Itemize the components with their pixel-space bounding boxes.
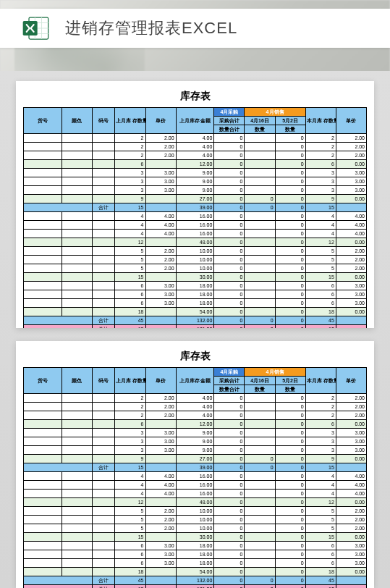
table-row: 33.009.00 00 33.00	[24, 177, 367, 186]
table-row: 22.004.00 00 22.00	[24, 151, 367, 160]
table-row: 927.00 000 90.00	[24, 455, 367, 463]
col-last-qty: 上月库 存数量	[115, 368, 145, 394]
table-row: 22.004.00 00 22.00	[24, 411, 367, 420]
subtotal-row: 总计 60171.00 000 60	[24, 325, 367, 329]
inventory-table: 货号 颜色 码号 上月库 存数量 单价 上月库存 金额 4月采购 4月销售 本月…	[23, 107, 367, 328]
table-row: 44.0016.00 00 44.00	[24, 472, 367, 481]
col-buy-sum: 采购合计	[214, 377, 245, 385]
col-last-amt: 上月库存 金额	[176, 108, 214, 134]
col-sale-month: 4月销售	[245, 108, 305, 117]
table-row: 1248.00 00 120.00	[24, 498, 367, 507]
table-row: 22.004.00 00 22.00	[24, 403, 367, 411]
col-sub-qty-2: 数量	[275, 385, 305, 394]
col-buy-month: 4月采购	[214, 368, 245, 377]
subtotal-row: 合计 45132.00 000 45	[24, 576, 367, 585]
table-row: 52.0010.00 00 52.00	[24, 256, 367, 264]
col-yanse: 颜色	[62, 108, 92, 134]
table-row: 52.0010.00 00 52.00	[24, 264, 367, 273]
table-row: 44.0016.00 00 44.00	[24, 221, 367, 230]
table-row: 44.0016.00 00 44.00	[24, 490, 367, 498]
table-row: 33.009.00 00 33.00	[24, 446, 367, 455]
col-sub-qty-1: 数量	[245, 385, 275, 394]
table-row: 22.004.00 00 22.00	[24, 143, 367, 151]
table-row: 44.0016.00 00 44.00	[24, 481, 367, 490]
col-sub-qty-1: 数量	[245, 125, 275, 134]
col-this-price: 单价	[336, 108, 366, 134]
col-date1: 4月16日	[245, 117, 275, 125]
sheet-preview-1: 库存表 货号 颜色 码号 上月库 存数量 单价 上月库存 金额 4月采购 4月销…	[16, 81, 374, 328]
table-row: 44.0016.00 00 44.00	[24, 230, 367, 238]
col-huohao: 货号	[24, 368, 62, 394]
col-this-qty: 本月库 存数量	[305, 108, 336, 134]
title-bar: 进销存管理报表EXCEL	[0, 9, 390, 48]
table-row: 33.009.00 00 33.00	[24, 169, 367, 177]
sheet-title: 库存表	[23, 347, 367, 367]
table-row: 33.009.00 00 33.00	[24, 437, 367, 446]
table-row: 63.0018.00 00 63.00	[24, 542, 367, 550]
col-this-qty: 本月库 存数量	[305, 368, 336, 394]
table-row: 63.0018.00 00 63.00	[24, 550, 367, 559]
col-buy-sum: 采购合计	[214, 117, 245, 125]
table-row: 1530.00 00 150.00	[24, 273, 367, 282]
table-row: 1854.00 00 180.00	[24, 308, 367, 316]
table-row: 63.0018.00 00 63.00	[24, 290, 367, 299]
table-row: 52.0010.00 00 52.00	[24, 524, 367, 533]
table-row: 1854.00 00 180.00	[24, 568, 367, 576]
table-row: 33.009.00 00 33.00	[24, 186, 367, 195]
col-buy-qty-sum: 数量合计	[214, 385, 245, 394]
col-buy-qty-sum: 数量合计	[214, 125, 245, 134]
subtotal-row: 合计 1539.00 000 15	[24, 203, 367, 212]
col-huohao: 货号	[24, 108, 62, 134]
col-last-amt: 上月库存 金额	[176, 368, 214, 394]
sheet-preview-2: 库存表 货号 颜色 码号 上月库 存数量 单价 上月库存 金额 4月采购 4月销…	[16, 341, 374, 588]
col-date2: 5月2日	[275, 117, 305, 125]
sheet-title: 库存表	[23, 87, 367, 107]
col-price: 单价	[145, 108, 176, 134]
table-row: 63.0018.00 00 63.00	[24, 299, 367, 308]
col-mahao: 码号	[92, 368, 115, 394]
col-this-price: 单价	[336, 368, 366, 394]
table-row: 927.00 000 90.00	[24, 195, 367, 203]
table-row: 52.0010.00 00 52.00	[24, 247, 367, 256]
col-mahao: 码号	[92, 108, 115, 134]
subtotal-row: 合计 45132.00 000 45	[24, 316, 367, 325]
table-row: 44.0016.00 00 44.00	[24, 212, 367, 221]
page-title: 进销存管理报表EXCEL	[65, 17, 237, 39]
excel-icon	[22, 14, 51, 43]
table-row: 33.009.00 00 33.00	[24, 429, 367, 437]
table-row: 63.0018.00 00 63.00	[24, 559, 367, 568]
col-yanse: 颜色	[62, 368, 92, 394]
table-row: 22.004.00 00 22.00	[24, 394, 367, 403]
col-sub-qty-2: 数量	[275, 125, 305, 134]
subtotal-row: 合计 1539.00 000 15	[24, 463, 367, 472]
sheet-area: 库存表 货号 颜色 码号 上月库 存数量 单价 上月库存 金额 4月采购 4月销…	[0, 71, 390, 588]
table-row: 63.0018.00 00 63.00	[24, 282, 367, 290]
col-sale-month: 4月销售	[245, 368, 305, 377]
inventory-table: 货号 颜色 码号 上月库 存数量 单价 上月库存 金额 4月采购 4月销售 本月…	[23, 367, 367, 588]
table-row: 612.00 00 60.00	[24, 420, 367, 429]
col-date1: 4月16日	[245, 377, 275, 385]
col-price: 单价	[145, 368, 176, 394]
table-row: 52.0010.00 00 52.00	[24, 507, 367, 516]
col-date2: 5月2日	[275, 377, 305, 385]
table-row: 52.0010.00 00 52.00	[24, 516, 367, 524]
table-row: 1530.00 00 150.00	[24, 533, 367, 542]
col-last-qty: 上月库 存数量	[115, 108, 145, 134]
table-row: 612.00 00 60.00	[24, 160, 367, 169]
subtotal-row: 总计 60171.00 000 60	[24, 585, 367, 589]
col-buy-month: 4月采购	[214, 108, 245, 117]
table-row: 1248.00 00 120.00	[24, 238, 367, 247]
table-row: 22.004.00 00 22.00	[24, 134, 367, 143]
